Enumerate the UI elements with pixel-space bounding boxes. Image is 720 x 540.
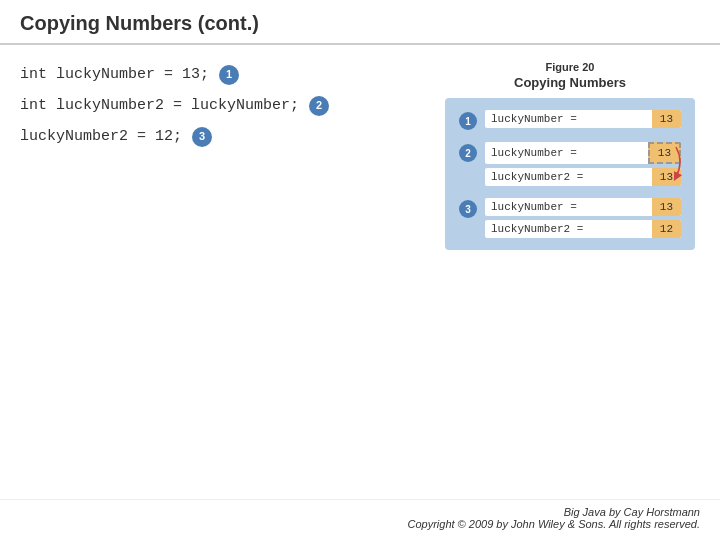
- footer-line2: Copyright © 2009 by John Wiley & Sons. A…: [20, 518, 700, 530]
- code-line-1: int luckyNumber = 13; 1: [20, 61, 420, 88]
- diagram-step-1: 1 luckyNumber = 13: [459, 110, 681, 130]
- var-box-3-1: luckyNumber = 13: [485, 198, 681, 216]
- diagram-badge-1: 1: [459, 112, 477, 130]
- var-box-2-1: luckyNumber = 13: [485, 142, 681, 164]
- footer-line1: Big Java by Cay Horstmann: [20, 506, 700, 518]
- var-name-3-2: luckyNumber2 =: [485, 220, 652, 238]
- code-text-2: int luckyNumber2 = luckyNumber;: [20, 92, 299, 119]
- var-name-2-1: luckyNumber =: [485, 144, 648, 162]
- main-content: int luckyNumber = 13; 1 int luckyNumber2…: [0, 45, 720, 499]
- diagram-step-3: 3 luckyNumber = 13 luckyNumber2 = 12: [459, 198, 681, 238]
- code-text-3: luckyNumber2 = 12;: [20, 123, 182, 150]
- step-badge-2: 2: [309, 96, 329, 116]
- diagram-container: 1 luckyNumber = 13 2 luckyNumber =: [445, 98, 695, 250]
- code-text-1: int luckyNumber = 13;: [20, 61, 209, 88]
- var-name-3-1: luckyNumber =: [485, 198, 652, 216]
- var-box-1-1: luckyNumber = 13: [485, 110, 681, 128]
- figure-caption: Figure 20: [546, 61, 595, 73]
- diagram-vars-3: luckyNumber = 13 luckyNumber2 = 12: [485, 198, 681, 238]
- footer: Big Java by Cay Horstmann Copyright © 20…: [0, 499, 720, 540]
- diagram-step-2: 2 luckyNumber = 13: [459, 142, 681, 186]
- step-badge-3: 3: [192, 127, 212, 147]
- var-value-1-1: 13: [652, 110, 681, 128]
- var-name-1-1: luckyNumber =: [485, 110, 652, 128]
- diagram-badge-3: 3: [459, 200, 477, 218]
- diagram-badge-2: 2: [459, 144, 477, 162]
- code-section: int luckyNumber = 13; 1 int luckyNumber2…: [20, 61, 420, 489]
- header: Copying Numbers (cont.): [0, 0, 720, 45]
- var-value-3-2: 12: [652, 220, 681, 238]
- diagram-vars-2: luckyNumber = 13: [485, 142, 681, 186]
- var-value-2-2: 13: [652, 168, 681, 186]
- page-container: Copying Numbers (cont.) int luckyNumber …: [0, 0, 720, 540]
- figure-title: Copying Numbers: [514, 75, 626, 90]
- diagram-vars-1: luckyNumber = 13: [485, 110, 681, 128]
- var-box-2-2: luckyNumber2 = 13: [485, 168, 681, 186]
- var-value-2-1: 13: [648, 142, 681, 164]
- var-name-2-2: luckyNumber2 =: [485, 168, 652, 186]
- figure-section: Figure 20 Copying Numbers 1 luckyNumber …: [440, 61, 700, 489]
- step-badge-1: 1: [219, 65, 239, 85]
- code-line-2: int luckyNumber2 = luckyNumber; 2: [20, 92, 420, 119]
- var-value-3-1: 13: [652, 198, 681, 216]
- var-box-3-2: luckyNumber2 = 12: [485, 220, 681, 238]
- page-title: Copying Numbers (cont.): [20, 12, 259, 34]
- code-line-3: luckyNumber2 = 12; 3: [20, 123, 420, 150]
